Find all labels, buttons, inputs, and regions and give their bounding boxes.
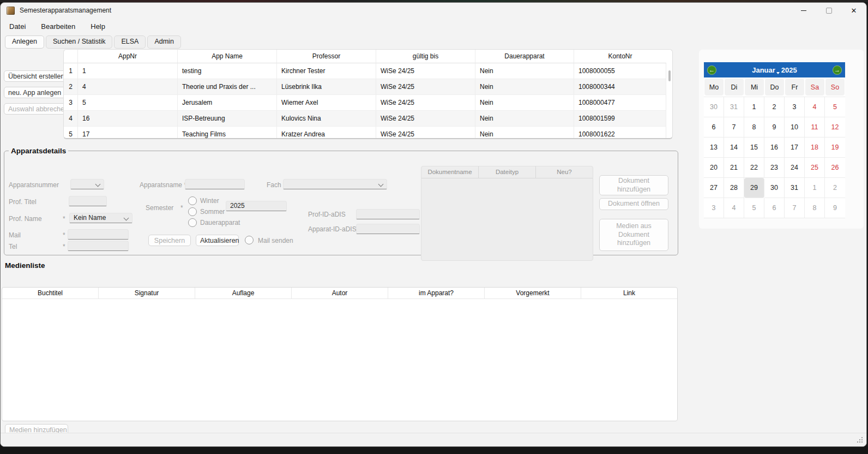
calendar-day[interactable]: 3 <box>785 97 805 117</box>
calendar-day[interactable]: 25 <box>805 158 825 178</box>
menu-item-bearbeiten[interactable]: Bearbeiten <box>41 22 75 31</box>
calendar-next-button[interactable]: → <box>833 65 842 75</box>
winter-radio[interactable] <box>188 196 197 205</box>
dokument-offnen-button[interactable]: Dokument öffnen <box>599 198 668 210</box>
calendar-day[interactable]: 8 <box>805 198 825 218</box>
apps-table-scrollbar[interactable] <box>668 70 671 81</box>
menu-item-help[interactable]: Help <box>91 22 105 31</box>
calendar-day[interactable]: 7 <box>785 198 805 218</box>
apparatsname-field[interactable] <box>185 179 245 189</box>
media-header-buchtitel[interactable]: Buchtitel <box>2 288 99 299</box>
aktualisieren-button[interactable]: Aktualisieren <box>196 235 239 246</box>
calendar-day[interactable]: 23 <box>764 158 785 178</box>
speichern-button[interactable]: Speichern <box>148 235 191 246</box>
calendar-day[interactable]: 5 <box>744 198 764 218</box>
calendar-day[interactable]: 2 <box>764 97 785 117</box>
tel-field[interactable] <box>68 241 129 251</box>
prof-id-adis-field[interactable] <box>356 209 420 219</box>
calendar-day[interactable]: 4 <box>724 198 744 218</box>
tab-suchen-statistik[interactable]: Suchen / Statistik <box>46 35 113 49</box>
neu-app-anlegen-button[interactable]: neu. App anlegen <box>4 87 65 98</box>
calendar-day[interactable]: 18 <box>805 138 825 158</box>
calendar-day[interactable]: 31 <box>785 178 805 198</box>
calendar-day[interactable]: 19 <box>825 138 845 158</box>
apps-header-appnr[interactable]: AppNr <box>78 50 178 63</box>
calendar-day[interactable]: 27 <box>704 178 724 198</box>
apps-header-professor[interactable]: Professor <box>277 50 376 63</box>
semester-year-field[interactable]: 2025 <box>226 201 287 211</box>
calendar-day[interactable]: 22 <box>744 158 764 178</box>
calendar-day[interactable]: 15 <box>744 138 764 158</box>
calendar-day[interactable]: 6 <box>704 117 724 138</box>
calendar-day[interactable]: 7 <box>724 117 744 138</box>
apps-header-gultig-bis[interactable]: gültig bis <box>376 50 475 63</box>
calendar-day[interactable]: 11 <box>805 117 825 138</box>
table-row[interactable]: 517Teaching FilmsKratzer AndreaWiSe 24/2… <box>64 127 666 139</box>
table-row[interactable]: 416ISP-BetreuungKulovics NinaWiSe 24/25N… <box>64 111 666 127</box>
fach-combobox[interactable] <box>283 179 387 189</box>
calendar-day[interactable]: 30 <box>764 178 785 198</box>
prof-name-combobox[interactable]: Kein Name <box>69 213 132 223</box>
calendar-day[interactable]: 5 <box>825 97 845 117</box>
media-header-link[interactable]: Link <box>581 288 677 299</box>
calendar-day[interactable]: 20 <box>704 158 724 178</box>
tab-elsa[interactable]: ELSA <box>114 35 146 49</box>
apps-header-dauerapparat[interactable]: Dauerapparat <box>475 50 574 63</box>
calendar-day[interactable]: 12 <box>825 117 845 138</box>
menu-item-datei[interactable]: Datei <box>9 22 26 31</box>
mail-senden-checkbox[interactable] <box>245 236 254 244</box>
calendar-day[interactable]: 21 <box>724 158 744 178</box>
sommer-radio[interactable] <box>188 207 197 216</box>
close-button[interactable]: ✕ <box>841 3 866 18</box>
calendar-day[interactable]: 6 <box>764 198 785 218</box>
medien-aus-dokument-hinzufugen-button[interactable]: Medien aus Dokument hinzufügen <box>599 219 668 251</box>
calendar-day[interactable]: 26 <box>825 158 845 178</box>
media-header-signatur[interactable]: Signatur <box>99 288 195 299</box>
apps-header-app-name[interactable]: App Name <box>178 50 277 63</box>
calendar-day[interactable]: 9 <box>825 198 845 218</box>
calendar-day[interactable]: 24 <box>785 158 805 178</box>
media-header-vorgemerkt[interactable]: Vorgemerkt <box>485 288 581 299</box>
maximize-button[interactable] <box>816 3 841 18</box>
table-row[interactable]: 11testingKirchner TesterWiSe 24/25Nein10… <box>64 63 666 79</box>
tab-admin[interactable]: Admin <box>147 35 180 49</box>
documents-header-neu[interactable]: Neu? <box>536 166 593 178</box>
calendar-day[interactable]: 28 <box>724 178 744 198</box>
prof-titel-field[interactable] <box>69 196 107 206</box>
auswahl-abbrechen-button[interactable]: Auswahl abbrechen <box>4 103 73 115</box>
calendar-day[interactable]: 17 <box>785 138 805 158</box>
apps-header-kontonr[interactable]: KontoNr <box>574 50 666 63</box>
mail-field[interactable] <box>68 229 129 240</box>
resize-grip[interactable] <box>857 437 864 444</box>
calendar-day[interactable]: 3 <box>704 198 724 218</box>
table-row[interactable]: 35JerusalemWiemer AxelWiSe 24/25Nein1008… <box>64 95 666 111</box>
dauerapparat-radio[interactable] <box>188 218 197 227</box>
apparat-id-adis-field[interactable] <box>356 224 420 234</box>
ubersicht-erstellen-button[interactable]: Übersicht erstellen <box>4 70 69 82</box>
media-header-autor[interactable]: Autor <box>292 288 388 299</box>
tab-anlegen[interactable]: Anlegen <box>5 35 44 49</box>
table-row[interactable]: 24Theorie und Praxis der ...Lüsebrink Il… <box>64 79 666 95</box>
calendar-day-today[interactable]: 29 <box>744 178 764 198</box>
dokument-hinzufugen-button[interactable]: Dokument hinzufügen <box>599 175 668 195</box>
media-header-im-apparat[interactable]: im Apparat? <box>388 288 485 299</box>
calendar-day[interactable]: 1 <box>805 178 825 198</box>
calendar-prev-button[interactable]: ← <box>707 65 716 75</box>
calendar-day[interactable]: 1 <box>744 97 764 117</box>
calendar-day[interactable]: 16 <box>764 138 785 158</box>
minimize-button[interactable] <box>791 3 816 18</box>
calendar-day[interactable]: 4 <box>805 97 825 117</box>
calendar-day[interactable]: 30 <box>704 97 724 117</box>
calendar-month-year[interactable]: Januar2025 <box>752 66 797 74</box>
media-header-auflage[interactable]: Auflage <box>195 288 292 299</box>
calendar-day[interactable]: 13 <box>704 138 724 158</box>
calendar-day[interactable]: 9 <box>764 117 785 138</box>
calendar-day[interactable]: 31 <box>724 97 744 117</box>
calendar-day[interactable]: 10 <box>785 117 805 138</box>
calendar-day[interactable]: 8 <box>744 117 764 138</box>
apparatsnummer-combobox[interactable] <box>70 179 104 189</box>
documents-header-dokumentname[interactable]: Dokumentname <box>421 166 479 178</box>
calendar-day[interactable]: 14 <box>724 138 744 158</box>
calendar-day[interactable]: 2 <box>825 178 845 198</box>
documents-header-dateityp[interactable]: Dateityp <box>479 166 536 178</box>
